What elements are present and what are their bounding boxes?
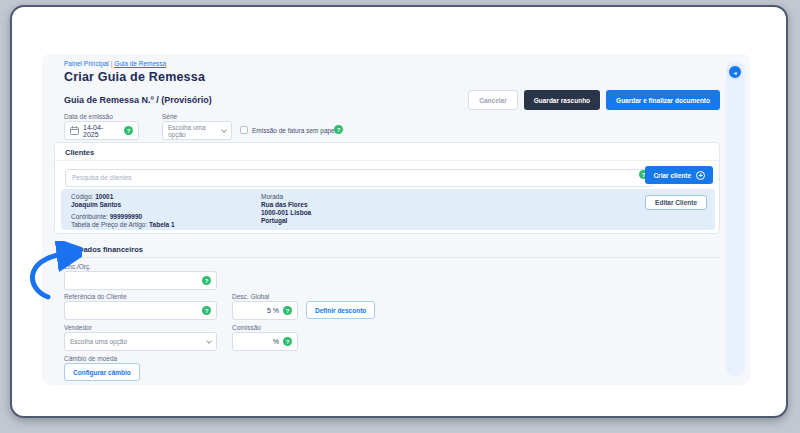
vendor-select[interactable]: Escolha uma opção bbox=[64, 332, 217, 351]
plus-circle-icon: + bbox=[696, 171, 705, 180]
global-discount-label: Desc. Global bbox=[232, 293, 269, 300]
chevron-down-icon bbox=[221, 127, 227, 133]
save-finalize-button[interactable]: Guardar e finalizar documento bbox=[606, 90, 720, 110]
serie-select[interactable]: Escolha uma opção bbox=[162, 121, 232, 140]
breadcrumb-separator: | bbox=[111, 60, 113, 67]
help-icon[interactable]: ? bbox=[283, 306, 292, 315]
help-icon[interactable]: ? bbox=[283, 337, 292, 346]
breadcrumb-current-link[interactable]: Guia de Remessa bbox=[114, 60, 166, 67]
client-pricetable-row: Tabela de Preço de Artigo: Tabela 1 bbox=[71, 221, 175, 229]
help-icon[interactable]: ? bbox=[202, 306, 211, 315]
paperless-label: Emissão de fatura sem papel bbox=[252, 127, 336, 134]
chevron-down-icon bbox=[206, 338, 212, 344]
client-name: Joaquim Santos bbox=[71, 201, 175, 209]
header-actions: Cancelar Guardar rascunho Guardar e fina… bbox=[468, 90, 720, 110]
breadcrumb-home-link[interactable]: Painel Principal bbox=[64, 60, 109, 67]
client-ref-field[interactable]: ? bbox=[64, 301, 217, 320]
emission-date-value: 14-04-2025 bbox=[83, 124, 116, 138]
configure-exchange-button[interactable]: Configurar câmbio bbox=[64, 363, 140, 381]
clients-section-header: Clientes bbox=[55, 143, 719, 161]
help-icon[interactable]: ? bbox=[202, 276, 211, 285]
client-taxid-value: 999999990 bbox=[110, 213, 143, 220]
commission-field[interactable]: % ? bbox=[232, 332, 298, 351]
global-discount-field[interactable]: 5 % ? bbox=[232, 301, 298, 320]
client-code-label: Código: bbox=[71, 193, 93, 200]
client-code-value: 10001 bbox=[95, 193, 113, 200]
create-client-label: Criar cliente bbox=[653, 172, 691, 179]
vendor-selected-value: Escolha uma opção bbox=[70, 338, 127, 345]
selected-client-card: Código: 10001 Joaquim Santos Contribuint… bbox=[61, 189, 715, 230]
client-address-line: Portugal bbox=[261, 217, 311, 225]
app-window: Painel Principal | Guia de Remessa Criar… bbox=[10, 5, 788, 418]
clients-section-title: Clientes bbox=[65, 148, 94, 157]
financial-section-title[interactable]: Dados financeiros bbox=[78, 245, 143, 254]
client-pricetable-value: Tabela 1 bbox=[149, 221, 175, 228]
client-taxid-label: Contribuinte: bbox=[71, 213, 108, 220]
order-ref-field[interactable]: ? bbox=[64, 271, 217, 290]
client-code-row: Código: 10001 bbox=[71, 193, 175, 201]
clients-section: Clientes ? Criar cliente + Código: 10001… bbox=[54, 142, 720, 234]
serie-label: Série bbox=[162, 113, 177, 120]
document-subtitle: Guia de Remessa N.º / (Provisório) bbox=[64, 95, 212, 105]
edit-client-button[interactable]: Editar Cliente bbox=[645, 195, 707, 210]
client-identity-column: Código: 10001 Joaquim Santos Contribuint… bbox=[71, 193, 175, 229]
breadcrumb: Painel Principal | Guia de Remessa bbox=[64, 60, 166, 67]
client-pricetable-label: Tabela de Preço de Artigo: bbox=[71, 221, 147, 228]
global-discount-value: 5 % bbox=[267, 307, 279, 314]
cancel-button[interactable]: Cancelar bbox=[468, 90, 517, 110]
collapsed-side-panel bbox=[726, 62, 745, 376]
emission-date-label: Data de emissão bbox=[64, 113, 113, 120]
vendor-label: Vendedor bbox=[64, 324, 92, 331]
client-search: ? bbox=[65, 166, 653, 184]
calendar-icon bbox=[70, 126, 79, 135]
help-icon[interactable]: ? bbox=[124, 126, 133, 135]
client-address-label: Morada bbox=[261, 193, 311, 201]
create-client-button[interactable]: Criar cliente + bbox=[645, 166, 713, 184]
page-title: Criar Guia de Remessa bbox=[64, 70, 205, 84]
curved-arrow-annotation bbox=[22, 241, 82, 305]
paperless-checkbox[interactable] bbox=[240, 126, 248, 134]
client-search-input[interactable] bbox=[65, 169, 653, 187]
client-address-column: Morada Rua das Flores 1000-001 Lisboa Po… bbox=[261, 193, 311, 225]
client-address-line: Rua das Flores bbox=[261, 201, 311, 209]
chevron-left-icon[interactable]: ◂ bbox=[727, 64, 743, 80]
emission-date-field[interactable]: 14-04-2025 ? bbox=[64, 121, 139, 140]
section-divider bbox=[64, 257, 720, 258]
save-draft-button[interactable]: Guardar rascunho bbox=[524, 90, 600, 110]
commission-suffix: % bbox=[273, 338, 279, 345]
help-icon[interactable]: ? bbox=[334, 125, 343, 134]
currency-exchange-label: Câmbio de moeda bbox=[64, 355, 117, 362]
commission-label: Comissão bbox=[232, 324, 261, 331]
define-discount-button[interactable]: Definir desconto bbox=[306, 301, 375, 319]
client-taxid-row: Contribuinte: 999999990 bbox=[71, 213, 175, 221]
content-panel: Painel Principal | Guia de Remessa Criar… bbox=[42, 54, 750, 385]
serie-selected-value: Escolha uma opção bbox=[168, 124, 214, 138]
client-address-line: 1000-001 Lisboa bbox=[261, 209, 311, 217]
